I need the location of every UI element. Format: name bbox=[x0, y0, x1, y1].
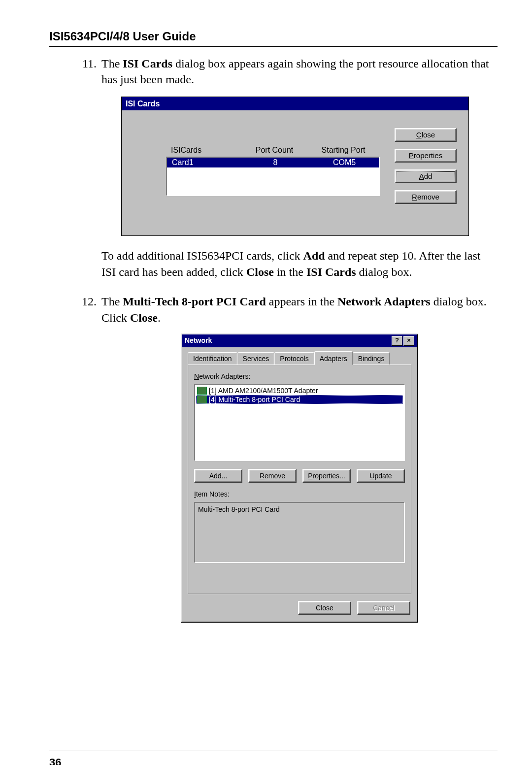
step-11-intro: The ISI Cards dialog box appears again s… bbox=[101, 56, 498, 88]
adapter-icon bbox=[197, 396, 207, 403]
footer-rule bbox=[49, 751, 498, 751]
tab-services[interactable]: Services bbox=[237, 352, 275, 365]
tab-identification[interactable]: Identification bbox=[188, 352, 237, 365]
text: The bbox=[101, 295, 123, 308]
update-button[interactable]: Update bbox=[357, 469, 405, 483]
remove-button[interactable]: Remove bbox=[248, 469, 297, 483]
remove-button[interactable]: Remove bbox=[395, 190, 457, 204]
cell: Card1 bbox=[167, 158, 241, 167]
col-header: Starting Port bbox=[309, 145, 378, 156]
text: appears in the bbox=[266, 295, 337, 308]
text-bold: Close bbox=[246, 266, 274, 278]
text: dialog box. bbox=[356, 266, 412, 278]
text: . bbox=[158, 311, 161, 324]
close-icon[interactable]: × bbox=[403, 336, 414, 346]
tab-adapters[interactable]: Adapters bbox=[314, 351, 353, 365]
item-notes: Multi-Tech 8-port PCI Card bbox=[194, 502, 405, 563]
text: To add additional ISI5634PCI cards, clic… bbox=[101, 249, 303, 262]
adapter-icon bbox=[197, 387, 207, 395]
network-dialog: Network ? × Identification Services Prot… bbox=[181, 333, 418, 623]
col-header: ISICards bbox=[166, 145, 240, 156]
list-item[interactable]: [1] AMD AM2100/AM1500T Adapter bbox=[196, 386, 403, 395]
step-12-text: The Multi-Tech 8-port PCI Card appears i… bbox=[101, 294, 498, 326]
text: in the bbox=[274, 266, 306, 278]
col-header: Port Count bbox=[240, 145, 309, 156]
cell: COM5 bbox=[310, 158, 379, 167]
text-bold: Multi-Tech 8-port PCI Card bbox=[123, 295, 266, 308]
text-bold: Network Adapters bbox=[337, 295, 431, 308]
text: The bbox=[101, 57, 123, 70]
step-11-outro: To add additional ISI5634PCI cards, clic… bbox=[101, 248, 498, 280]
list-header: ISICards Port Count Starting Port bbox=[166, 145, 380, 156]
list-item-label: [1] AMD AM2100/AM1500T Adapter bbox=[209, 386, 318, 395]
tab-bindings[interactable]: Bindings bbox=[353, 352, 390, 365]
close-button[interactable]: Close bbox=[298, 601, 351, 615]
list-item[interactable]: Card1 8 COM5 bbox=[167, 158, 379, 167]
cancel-button: Cancel bbox=[357, 601, 410, 615]
page-number: 36 bbox=[49, 756, 498, 765]
add-button[interactable]: Add... bbox=[194, 469, 242, 483]
dialog-title: Network bbox=[185, 336, 391, 345]
properties-button[interactable]: Properties bbox=[395, 149, 457, 163]
step-11: 11. The ISI Cards dialog box appears aga… bbox=[74, 56, 498, 280]
close-button[interactable]: Close bbox=[395, 128, 457, 142]
help-icon[interactable]: ? bbox=[392, 336, 402, 346]
text-bold: ISI Cards bbox=[123, 57, 172, 70]
text-bold: Close bbox=[130, 311, 158, 324]
item-notes-label: Item Notes: bbox=[194, 490, 405, 499]
list-item-label: [4] Multi-Tech 8-port PCI Card bbox=[209, 395, 300, 404]
cell: 8 bbox=[241, 158, 310, 167]
page-header: ISI5634PCI/4/8 User Guide bbox=[49, 30, 498, 43]
adapters-label: Network Adapters: bbox=[194, 372, 405, 381]
adapters-list[interactable]: [1] AMD AM2100/AM1500T Adapter [4] Multi… bbox=[194, 384, 405, 461]
list-item[interactable]: [4] Multi-Tech 8-port PCI Card bbox=[196, 395, 403, 404]
isi-list[interactable]: Card1 8 COM5 bbox=[166, 157, 380, 196]
dialog-title-bar: Network ? × bbox=[182, 334, 417, 347]
isi-cards-dialog: ISI Cards ISICards Port Count Starting P… bbox=[121, 97, 469, 236]
dialog-title: ISI Cards bbox=[122, 97, 468, 111]
text-bold: ISI Cards bbox=[306, 266, 356, 278]
tab-strip: Identification Services Protocols Adapte… bbox=[188, 352, 411, 365]
step-number: 11. bbox=[74, 56, 101, 280]
tab-protocols[interactable]: Protocols bbox=[274, 352, 314, 365]
properties-button[interactable]: Properties... bbox=[302, 469, 351, 483]
step-number: 12. bbox=[74, 294, 101, 623]
text-bold: Add bbox=[303, 249, 325, 262]
tab-panel-adapters: Network Adapters: [1] AMD AM2100/AM1500T… bbox=[188, 365, 411, 594]
step-12: 12. The Multi-Tech 8-port PCI Card appea… bbox=[74, 294, 498, 623]
header-rule bbox=[49, 46, 498, 47]
add-button[interactable]: Add bbox=[395, 169, 457, 183]
